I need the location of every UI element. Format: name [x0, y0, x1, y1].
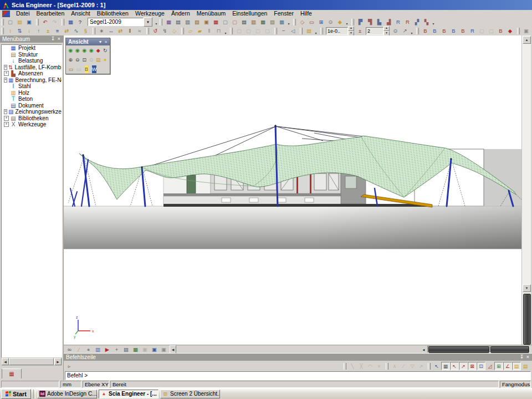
tree-item[interactable]: + ▙ Absenzen — [2, 70, 62, 77]
menubaum-header[interactable]: Menübaum ↧ × — [0, 35, 63, 43]
befehlszeile-header[interactable]: Befehlszeile ↧ × — [64, 354, 532, 361]
vertical-scrollbar[interactable]: ▲ ▼ — [521, 35, 531, 345]
ansicht-header[interactable]: Ansicht ▾ × — [66, 38, 110, 45]
view-window-5-icon[interactable]: R — [393, 18, 403, 27]
render-solid-icon[interactable]: ▭ — [67, 65, 75, 73]
axes-display-icon[interactable]: ↔ — [106, 27, 116, 35]
frame-1-icon[interactable]: ▢ — [477, 27, 487, 35]
load-display-icon[interactable]: ↓ — [24, 27, 34, 35]
erase-line-icon[interactable]: ╳ — [357, 362, 366, 370]
scale-spinbox[interactable]: 1e-0.. ▲▼ — [326, 27, 354, 35]
picture-gallery-icon[interactable]: ▢ — [221, 18, 230, 27]
horizontal-pan-slider-1[interactable] — [428, 346, 489, 353]
mirror-tool-icon[interactable]: ▢ — [253, 27, 263, 35]
arrow-ne-icon[interactable]: ↗ — [417, 362, 426, 370]
zoom-in-icon[interactable]: ⊕ — [67, 55, 74, 64]
system-lengths-icon[interactable]: ⇄ — [116, 27, 125, 35]
snap-orthogonal-icon[interactable]: ⊡ — [477, 362, 485, 370]
redo-icon[interactable]: ↷ — [50, 18, 59, 27]
edit-pencil-icon[interactable]: ∕ — [74, 345, 84, 354]
update-icon[interactable]: ▩ — [277, 18, 287, 27]
status-snap-mode[interactable]: Fangmodus — [500, 381, 531, 388]
fly-mode-icon[interactable]: ◁ — [288, 27, 298, 35]
view-window-4-icon[interactable]: ▟ — [384, 18, 393, 27]
project-combobox[interactable]: Segel1-2009 ▾ — [88, 18, 152, 26]
tree-item[interactable]: + ↓ Belastung — [2, 58, 62, 64]
menu-item[interactable]: Ansicht — [68, 10, 93, 17]
tree-item[interactable]: + ⇅ Lastfälle, LF-Kombinationen — [2, 64, 62, 71]
paperspace-gallery-icon[interactable]: ▢ — [230, 18, 239, 27]
save-view-icon[interactable]: ▣ — [521, 27, 531, 35]
menu-item[interactable]: Bibliotheken — [94, 10, 132, 17]
engineering-report-icon[interactable]: ▦ — [211, 18, 221, 27]
zoom-percent-icon[interactable]: ⊙ — [391, 27, 400, 35]
fast-adjustment-icon[interactable]: ↺ — [151, 27, 160, 35]
tree-expander-icon[interactable]: + — [4, 116, 9, 121]
close-icon[interactable]: × — [525, 354, 531, 360]
toolbar-overflow-icon[interactable]: ▾ — [345, 18, 349, 26]
zoom-selection-icon[interactable]: ◇ — [298, 18, 307, 27]
load-panel-2-icon[interactable]: B — [430, 27, 439, 35]
wireframe-mode-icon[interactable]: W — [90, 65, 98, 73]
vertical-pan-slider[interactable] — [523, 294, 531, 345]
user-icon[interactable]: ● — [84, 345, 93, 354]
menubaum-tab[interactable]: ▦ — [2, 369, 22, 378]
triangle-icon[interactable]: ▽ — [408, 362, 417, 370]
clean-icon[interactable]: ▨ — [268, 18, 277, 27]
spin-up-icon[interactable]: ▲ — [383, 26, 390, 31]
background-color-icon[interactable]: B — [83, 65, 90, 73]
frame-2-icon[interactable]: ▢ — [487, 27, 496, 35]
parallel-icon[interactable]: ‖ — [204, 27, 214, 35]
snap-angle-icon[interactable]: ∠ — [503, 362, 512, 370]
snap-midpoint-icon[interactable]: ↗ — [459, 362, 468, 370]
tree-expander-icon[interactable]: + — [4, 71, 9, 76]
snap-tray-2-icon[interactable]: ▤ — [521, 362, 530, 370]
view-window-8-icon[interactable]: ▚ — [422, 18, 431, 27]
render-wire-icon[interactable]: ▭ — [75, 65, 83, 73]
tree-item[interactable]: + ▤ Bibliotheken — [2, 115, 62, 122]
tree-expander-icon[interactable]: + — [4, 122, 9, 127]
activity-icon[interactable]: ◆ — [335, 18, 345, 27]
menu-item[interactable]: Hilfe — [297, 10, 315, 17]
print-preview-icon[interactable]: ▥ — [183, 18, 192, 27]
view-window-1-icon[interactable]: ▛ — [356, 18, 365, 27]
load-panel-6-icon[interactable]: B — [496, 27, 505, 35]
add-icon[interactable]: + — [112, 345, 121, 354]
printer-icon[interactable]: ▤ — [173, 18, 183, 27]
tree-item[interactable]: + ▥ Holz — [2, 90, 62, 96]
tree-expander-icon[interactable]: + — [4, 78, 7, 83]
collapse-toolbar-icon[interactable]: ◀ — [170, 345, 176, 354]
close-polyline-icon[interactable]: × — [375, 362, 383, 370]
step-spinbox[interactable]: 2 ▲▼ — [366, 27, 390, 35]
close-icon[interactable]: × — [103, 39, 109, 44]
document-icon[interactable]: ▥ — [249, 18, 258, 27]
project-manager-icon[interactable]: ▦ — [66, 18, 75, 27]
command-input[interactable]: Befehl > — [65, 371, 531, 380]
load-panel-3-icon[interactable]: B — [439, 27, 449, 35]
light-icon[interactable]: ● — [102, 55, 109, 64]
snap-polar-icon[interactable]: ⊞ — [494, 362, 503, 370]
tree-expander-icon[interactable]: + — [4, 109, 7, 114]
toolbar-overflow-icon[interactable]: ▾ — [314, 27, 318, 35]
menu-item[interactable]: Bearbeiten — [33, 10, 68, 17]
shrink-display-icon[interactable]: ∿ — [71, 27, 81, 35]
ucs-icon[interactable]: ⊞ — [316, 18, 326, 27]
scroll-right-icon[interactable]: ▶ — [54, 358, 62, 365]
model-display-icon[interactable]: § — [81, 27, 90, 35]
menu-item[interactable]: Werkzeuge — [132, 10, 168, 17]
dimension-lines-icon[interactable]: ± — [43, 27, 53, 35]
toolbar-overflow-icon[interactable]: ▾ — [410, 27, 414, 35]
printer-small-icon[interactable]: ▤ — [121, 345, 131, 354]
status-plane[interactable]: Ebene XY — [83, 381, 109, 388]
pin-icon[interactable]: ↧ — [50, 36, 56, 42]
new-folder-icon[interactable]: ▤ — [304, 27, 314, 35]
menu-item[interactable]: Menübaum — [193, 10, 229, 17]
draw-line-icon[interactable]: ╲ — [348, 362, 357, 370]
clipboard-icon[interactable]: ▣ — [202, 18, 211, 27]
view-axo-icon[interactable]: ◉ — [88, 46, 95, 54]
libraries-icon[interactable]: ▦ — [258, 18, 268, 27]
snap-grid-icon[interactable]: ▦ — [441, 362, 450, 370]
new-project-icon[interactable]: ▢ — [6, 18, 15, 27]
tree-item[interactable]: + ▤ Dokument — [2, 103, 62, 109]
zoom-out-icon[interactable]: ⊖ — [74, 55, 81, 64]
